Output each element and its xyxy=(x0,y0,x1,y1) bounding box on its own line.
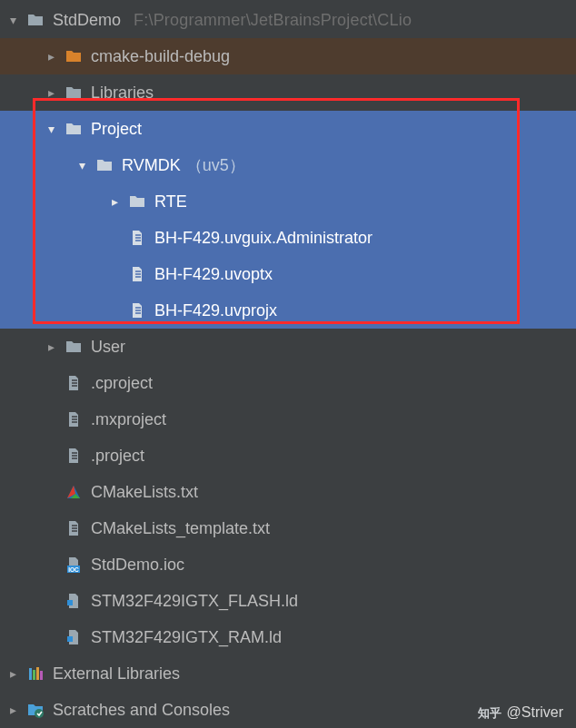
node-label: Scratches and Consoles xyxy=(53,701,230,720)
tree-node-project[interactable]: ▾ Project xyxy=(0,111,576,147)
path-hint: F:\Programmer\JetBrainsProject\CLio xyxy=(134,11,412,30)
file-icon xyxy=(64,373,84,393)
tree-node-cmake-build-debug[interactable]: ▸ cmake-build-debug xyxy=(0,38,576,74)
tree-node-user[interactable]: ▸ User xyxy=(0,329,576,365)
ld-file-icon xyxy=(64,627,84,647)
node-label: STM32F429IGTX_FLASH.ld xyxy=(91,592,298,611)
node-label: RTE xyxy=(154,192,187,212)
chevron-right-icon[interactable]: ▸ xyxy=(44,85,58,100)
chevron-down-icon[interactable]: ▾ xyxy=(5,13,20,27)
folder-icon xyxy=(64,83,84,103)
node-label: CMakeLists.txt xyxy=(91,483,198,502)
chevron-right-icon[interactable]: ▸ xyxy=(107,194,122,209)
file-icon xyxy=(64,409,84,429)
folder-icon xyxy=(25,10,45,30)
file-icon xyxy=(64,446,84,466)
chevron-right-icon[interactable]: ▸ xyxy=(5,703,20,717)
tree-node-libraries[interactable]: ▸ Libraries xyxy=(0,74,576,111)
node-label: User xyxy=(91,338,125,357)
chevron-right-icon[interactable]: ▸ xyxy=(44,339,58,354)
watermark-author: @Striver xyxy=(507,704,563,721)
tree-node-file[interactable]: ▸ BH-F429.uvguix.Administrator xyxy=(0,220,576,256)
scratches-icon xyxy=(25,700,45,720)
cmake-icon xyxy=(64,482,84,502)
node-label: STM32F429IGTX_RAM.ld xyxy=(91,628,282,647)
tree-node-file[interactable]: ▸ .project xyxy=(0,438,576,474)
node-label: BH-F429.uvoptx xyxy=(154,265,273,284)
folder-icon xyxy=(94,155,114,175)
node-label: StdDemo.ioc xyxy=(91,556,184,575)
node-label: .mxproject xyxy=(91,410,166,429)
folder-icon xyxy=(64,119,84,139)
project-tree[interactable]: ▾ StdDemo F:\Programmer\JetBrainsProject… xyxy=(0,0,576,728)
node-label: BH-F429.uvguix.Administrator xyxy=(154,229,372,248)
watermark: 知乎 @Striver xyxy=(478,704,563,721)
node-label: .cproject xyxy=(91,374,153,393)
tree-node-rte[interactable]: ▸ RTE xyxy=(0,183,576,220)
file-icon xyxy=(127,300,147,320)
zhihu-logo-icon: 知乎 xyxy=(478,705,502,720)
node-label: BH-F429.uvprojx xyxy=(154,301,277,320)
file-icon xyxy=(64,518,84,538)
chevron-right-icon[interactable]: ▸ xyxy=(44,49,58,64)
folder-icon xyxy=(64,46,84,66)
tree-node-file[interactable]: ▸ .cproject xyxy=(0,365,576,401)
tree-node-rvmdk[interactable]: ▾ RVMDK （uv5） xyxy=(0,147,576,183)
tree-node-root[interactable]: ▾ StdDemo F:\Programmer\JetBrainsProject… xyxy=(0,2,576,38)
node-suffix: （uv5） xyxy=(186,154,245,176)
tree-node-file[interactable]: ▸ .mxproject xyxy=(0,401,576,438)
tree-node-file[interactable]: ▸ StdDemo.ioc xyxy=(0,546,576,583)
chevron-down-icon[interactable]: ▾ xyxy=(44,122,58,136)
file-icon xyxy=(127,228,147,248)
tree-node-file[interactable]: ▸ STM32F429IGTX_FLASH.ld xyxy=(0,583,576,619)
ioc-icon xyxy=(64,555,84,575)
folder-icon xyxy=(64,337,84,357)
folder-icon xyxy=(127,192,147,212)
chevron-down-icon[interactable]: ▾ xyxy=(74,158,89,172)
node-label: External Libraries xyxy=(53,664,180,684)
node-label: Project xyxy=(91,120,142,139)
node-label: RVMDK xyxy=(122,156,181,175)
tree-node-file[interactable]: ▸ BH-F429.uvprojx xyxy=(0,292,576,329)
file-icon xyxy=(127,264,147,284)
node-label: .project xyxy=(91,447,144,466)
tree-node-file[interactable]: ▸ CMakeLists.txt xyxy=(0,474,576,510)
node-label: Libraries xyxy=(91,84,154,103)
node-label: CMakeLists_template.txt xyxy=(91,519,270,538)
node-label: cmake-build-debug xyxy=(91,47,230,66)
ld-file-icon xyxy=(64,591,84,611)
node-label: StdDemo xyxy=(53,11,121,30)
tree-node-external-libraries[interactable]: ▸ External Libraries xyxy=(0,655,576,692)
tree-node-file[interactable]: ▸ STM32F429IGTX_RAM.ld xyxy=(0,619,576,655)
chevron-right-icon[interactable]: ▸ xyxy=(5,666,20,681)
library-icon xyxy=(25,664,45,684)
tree-node-file[interactable]: ▸ BH-F429.uvoptx xyxy=(0,256,576,292)
tree-node-file[interactable]: ▸ CMakeLists_template.txt xyxy=(0,510,576,546)
